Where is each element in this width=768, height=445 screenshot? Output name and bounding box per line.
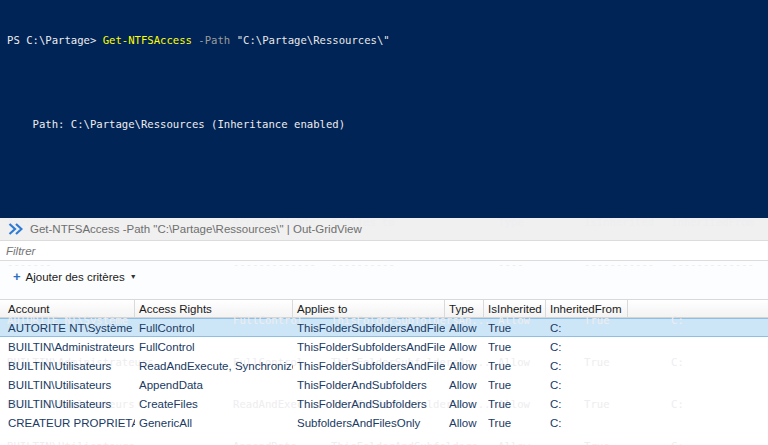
- filter-input[interactable]: [0, 242, 768, 261]
- grid-cell: BUILTIN\Administrateurs: [0, 341, 135, 353]
- grid-cell: AppendData: [135, 379, 293, 391]
- console-table-row: BUILTIN\Utilisateurs AppendData ThisFold…: [7, 439, 768, 445]
- grid-cell: True: [484, 398, 546, 410]
- grid-cell: SubfoldersAndFilesOnly: [293, 417, 445, 429]
- grid-cell: Allow: [445, 417, 484, 429]
- grid-cell: C:: [546, 398, 628, 410]
- add-criteria-button[interactable]: + Ajouter des critères ▼: [6, 268, 144, 286]
- cmdlet-name: Get-NTFSAccess: [103, 34, 199, 46]
- grid-cell: C:: [546, 379, 628, 391]
- console-cell: BUILTIN\Utilisateurs: [7, 439, 233, 445]
- grid-header-row: Account Access Rights Applies to Type Is…: [0, 300, 768, 318]
- console-command-line: PS C:\Partage> Get-NTFSAccess -Path "C:\…: [7, 33, 768, 47]
- grid-cell: CreateFiles: [135, 398, 293, 410]
- grid-cell: FullControl: [135, 341, 293, 353]
- grid-row[interactable]: CREATEUR PROPRIETAIRE GenericAll Subfold…: [0, 413, 768, 432]
- console-cell: Allow: [498, 439, 584, 445]
- console-cell: True: [584, 439, 671, 445]
- console-cell: C:: [671, 355, 768, 369]
- grid-cell: Allow: [445, 360, 484, 372]
- console-header-cell: IsInherited: [584, 215, 671, 229]
- grid-cell: C:: [546, 360, 628, 372]
- grid-cell: C:: [546, 417, 628, 429]
- grid-cell: Allow: [445, 398, 484, 410]
- grid-cell: True: [484, 360, 546, 372]
- column-header-filler: [628, 300, 768, 317]
- chevron-down-icon: ▼: [130, 273, 137, 280]
- cmdlet-parameter: -Path: [198, 34, 236, 46]
- grid-cell: BUILTIN\Utilisateurs: [0, 398, 135, 410]
- grid-cell: AUTORITE NT\Système: [0, 322, 135, 334]
- grid-cell: ThisFolderAndSubfolders: [293, 379, 445, 391]
- console-path-info: Path: C:\Partage\Ressources (Inheritance…: [7, 117, 768, 131]
- grid-cell: ReadAndExecute, Synchronize: [135, 360, 293, 372]
- grid-cell: C:: [546, 322, 628, 334]
- grid-cell: C:: [546, 341, 628, 353]
- console-header-cell: Type: [498, 215, 584, 229]
- console-header-cell: InheritedFrom: [671, 215, 768, 229]
- prompt: PS C:\Partage>: [7, 34, 103, 46]
- console-blank-line: [7, 75, 768, 89]
- console-cell: C:: [671, 439, 768, 445]
- console-cell: AppendData: [233, 439, 331, 445]
- column-header-inheritedfrom[interactable]: InheritedFrom: [546, 300, 628, 317]
- column-header-access-rights[interactable]: Access Rights: [135, 300, 293, 317]
- grid-cell: CREATEUR PROPRIETAIRE: [0, 417, 135, 429]
- grid-cell: True: [484, 341, 546, 353]
- grid-cell: True: [484, 417, 546, 429]
- grid-cell: BUILTIN\Utilisateurs: [0, 379, 135, 391]
- grid-cell: FullControl: [135, 322, 293, 334]
- column-header-isinherited[interactable]: IsInherited: [484, 300, 546, 317]
- grid-cell: Allow: [445, 379, 484, 391]
- grid-cell: ThisFolderSubfoldersAndFiles: [293, 341, 445, 353]
- window-title: Get-NTFSAccess -Path "C:\Partage\Ressour…: [30, 223, 362, 235]
- console-cell: ThisFolderAndSubfolders: [331, 439, 498, 445]
- add-criteria-label: Ajouter des critères: [26, 271, 125, 283]
- column-header-account[interactable]: Account: [0, 300, 135, 317]
- powershell-console[interactable]: PS C:\Partage> Get-NTFSAccess -Path "C:\…: [0, 0, 768, 218]
- grid-cell: GenericAll: [135, 417, 293, 429]
- plus-icon: +: [13, 271, 21, 282]
- console-blank-line: [7, 159, 768, 173]
- grid-cell: ThisFolderAndSubfolders: [293, 398, 445, 410]
- grid-cell: Allow: [445, 341, 484, 353]
- grid-cell: Allow: [445, 322, 484, 334]
- column-header-applies-to[interactable]: Applies to: [293, 300, 445, 317]
- grid-row[interactable]: BUILTIN\Administrateurs FullControl This…: [0, 337, 768, 356]
- grid-row[interactable]: BUILTIN\Utilisateurs AppendData ThisFold…: [0, 375, 768, 394]
- grid-cell: True: [484, 322, 546, 334]
- filter-bar: [0, 240, 768, 261]
- grid-cell: ThisFolderSubfoldersAndFiles: [293, 360, 445, 372]
- cmdlet-argument: "C:\Partage\Ressources\": [237, 34, 390, 46]
- grid-cell: True: [484, 379, 546, 391]
- grid-cell: ThisFolderSubfoldersAndFiles: [293, 322, 445, 334]
- powershell-gridview-icon: [8, 223, 23, 235]
- grid-cell: BUILTIN\Utilisateurs: [0, 360, 135, 372]
- column-header-type[interactable]: Type: [445, 300, 484, 317]
- console-cell: C:: [671, 397, 768, 411]
